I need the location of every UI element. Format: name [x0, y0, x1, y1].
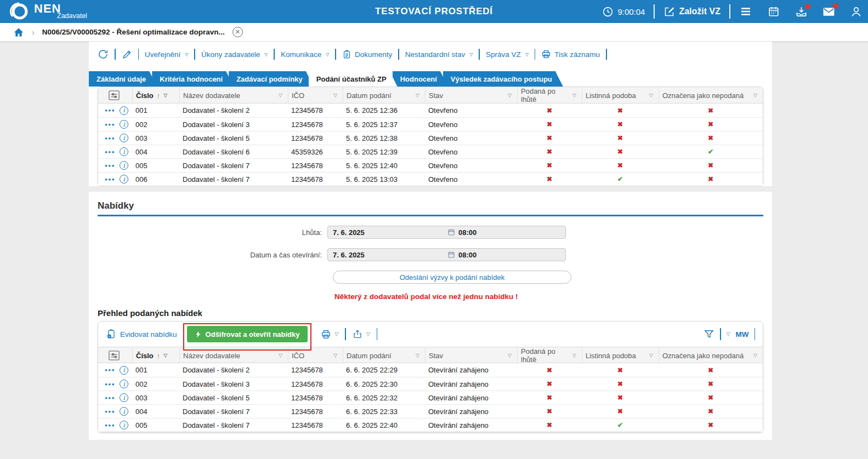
row-actions-icon[interactable]: ●●● [105, 108, 115, 113]
table-row[interactable]: ●●● i 004 Dodavatel - školení 7 12345678… [98, 404, 763, 418]
breadcrumb-item[interactable]: N006/25/V00005292 - Řešení optimalizace … [42, 28, 225, 36]
table-row[interactable]: ●●● i 004 Dodavatel - školení 6 45359326… [98, 145, 763, 158]
row-actions-icon[interactable]: ●●● [105, 395, 115, 400]
row-info-icon[interactable]: i [120, 161, 128, 170]
table-row[interactable]: ●●● i 003 Dodavatel - školení 5 12345678… [98, 131, 763, 145]
col-header-datum[interactable]: Datum podání▽ [343, 87, 425, 104]
deadline-date-value[interactable]: 7. 6. 2025 [328, 228, 447, 237]
calendar-button[interactable] [768, 5, 780, 18]
col-header-nepodana[interactable]: Označena jako nepodaná▽ [659, 347, 763, 364]
export-bids-button[interactable]: ▽ [353, 329, 370, 339]
table-row[interactable]: ●●● i 006 Dodavatel - školení 7 12345678… [98, 172, 763, 186]
row-info-icon[interactable]: i [120, 421, 128, 429]
filter-caret-icon[interactable]: ▽ [753, 93, 757, 98]
row-actions-icon[interactable]: ●●● [105, 423, 115, 428]
tab-kriteria-hodnoceni[interactable]: Kritéria hodnocení [152, 71, 234, 87]
opening-field[interactable]: 7. 6. 2025 08:00 [327, 248, 566, 261]
filter-caret-icon[interactable]: ▽ [572, 353, 576, 358]
tab-zakladni-udaje[interactable]: Základní údaje [89, 71, 157, 87]
tab-hodnoceni[interactable]: Hodnocení [393, 71, 448, 87]
filter-caret-icon[interactable]: ▽ [508, 353, 512, 358]
row-info-icon[interactable]: i [120, 366, 128, 375]
row-actions-icon[interactable]: ●●● [105, 150, 115, 154]
chevron-down-icon[interactable]: ▽ [727, 331, 730, 337]
table-row[interactable]: ●●● i 002 Dodavatel - školení 3 12345678… [98, 117, 763, 131]
table-row[interactable]: ●●● i 001 Dodavatel - školení 2 12345678… [98, 363, 763, 377]
filter-caret-icon[interactable]: ▽ [279, 353, 282, 358]
decrypt-open-bids-button[interactable]: Odšifrovat a otevřít nabídky [187, 326, 308, 342]
col-header-nazev[interactable]: Název dodavatele▽ [179, 87, 288, 104]
close-icon[interactable]: ✕ [232, 27, 243, 37]
print-bids-button[interactable]: ▽ [321, 329, 339, 340]
table-row[interactable]: ●●● i 005 Dodavatel - školení 7 12345678… [98, 418, 763, 432]
menu-button[interactable] [739, 5, 752, 18]
user-profile-button[interactable] [850, 5, 863, 18]
menu-nestandardni-stav[interactable]: Nestandardní stav▽ [405, 50, 473, 59]
col-header-nazev[interactable]: Název dodavatele▽ [179, 347, 288, 364]
menu-uverejneni[interactable]: Uveřejnění▽ [145, 50, 188, 59]
inbox-button[interactable] [795, 5, 808, 18]
filter-caret-icon[interactable]: ▽ [753, 353, 757, 358]
deadline-time-value[interactable]: 08:00 [458, 228, 476, 237]
history-button[interactable] [98, 49, 109, 60]
register-bid-button[interactable]: Evidovat nabídku [106, 329, 177, 340]
menu-dokumenty[interactable]: Dokumenty [342, 50, 392, 59]
row-actions-icon[interactable]: ●●● [105, 177, 115, 182]
print-record-button[interactable]: Tisk záznamu [541, 49, 600, 59]
row-actions-icon[interactable]: ●●● [105, 368, 115, 372]
col-header-cislo[interactable]: Číslo↑▽ [132, 87, 179, 104]
col-header-listinna[interactable]: Listinná podoba▽ [582, 87, 659, 104]
col-header-listinna[interactable]: Listinná podoba▽ [582, 347, 659, 364]
opening-time-value[interactable]: 08:00 [458, 251, 476, 259]
row-info-icon[interactable]: i [120, 380, 128, 388]
filter-caret-icon[interactable]: ▽ [508, 93, 512, 98]
row-info-icon[interactable]: i [120, 106, 128, 115]
table-row[interactable]: ●●● i 002 Dodavatel - školení 3 12345678… [98, 377, 763, 391]
home-icon[interactable] [13, 27, 24, 38]
deadline-field[interactable]: 7. 6. 2025 08:00 [327, 226, 566, 239]
session-timer[interactable]: 9:00:04 [602, 6, 645, 18]
table-row[interactable]: ●●● i 005 Dodavatel - školení 7 12345678… [98, 158, 763, 172]
col-header-ico[interactable]: IČO▽ [288, 347, 343, 364]
column-settings-button[interactable] [98, 347, 132, 364]
table-row[interactable]: ●●● i 001 Dodavatel - školení 2 12345678… [98, 104, 763, 117]
filter-caret-icon[interactable]: ▽ [416, 353, 419, 358]
tab-vysledek-zadavaciho-postupu[interactable]: Výsledek zadávacího postupu [443, 71, 563, 87]
filter-caret-icon[interactable]: ▽ [649, 353, 653, 358]
col-header-po-lhute[interactable]: Podaná po lhůtě▽ [517, 87, 582, 104]
row-actions-icon[interactable]: ●●● [105, 122, 115, 127]
row-actions-icon[interactable]: ●●● [105, 382, 115, 387]
row-actions-icon[interactable]: ●●● [105, 409, 115, 414]
filter-caret-icon[interactable]: ▽ [649, 93, 653, 98]
col-header-datum[interactable]: Datum podání▽ [343, 347, 425, 364]
row-info-icon[interactable]: i [120, 175, 128, 183]
filter-caret-icon[interactable]: ▽ [333, 93, 337, 98]
menu-komunikace[interactable]: Komunikace▽ [281, 50, 329, 59]
row-info-icon[interactable]: i [120, 134, 128, 142]
col-header-stav[interactable]: Stav▽ [425, 347, 517, 364]
filter-caret-icon[interactable]: ▽ [163, 353, 167, 358]
col-header-po-lhute[interactable]: Podaná po lhůtě▽ [517, 347, 582, 364]
row-info-icon[interactable]: i [120, 393, 128, 402]
row-info-icon[interactable]: i [120, 120, 128, 129]
create-vz-button[interactable]: Založit VZ [663, 6, 721, 18]
menu-sprava-vz[interactable]: Správa VZ▽ [486, 50, 529, 59]
col-header-ico[interactable]: IČO▽ [288, 87, 343, 104]
column-settings-button[interactable] [98, 87, 132, 104]
filter-caret-icon[interactable]: ▽ [572, 93, 576, 98]
edit-record-button[interactable] [122, 49, 132, 60]
row-info-icon[interactable]: i [120, 407, 128, 416]
col-header-nepodana[interactable]: Označena jako nepodaná▽ [659, 87, 763, 104]
col-header-stav[interactable]: Stav▽ [425, 87, 517, 104]
filter-caret-icon[interactable]: ▽ [163, 93, 167, 98]
table-row[interactable]: ●●● i 003 Dodavatel - školení 5 12345678… [98, 391, 763, 404]
send-invite-button[interactable]: Odeslání výzvy k podání nabídek [333, 271, 571, 284]
filter-caret-icon[interactable]: ▽ [333, 353, 337, 358]
tab-podani-ucastniku-zp[interactable]: Podání účastníků ZP [309, 71, 398, 87]
row-actions-icon[interactable]: ●●● [105, 136, 115, 141]
row-info-icon[interactable]: i [120, 147, 128, 156]
filter-caret-icon[interactable]: ▽ [416, 93, 419, 98]
tab-zadavaci-podminky[interactable]: Zadávací podmínky [229, 71, 314, 87]
messages-button[interactable] [822, 5, 836, 19]
row-actions-icon[interactable]: ●●● [105, 163, 115, 168]
